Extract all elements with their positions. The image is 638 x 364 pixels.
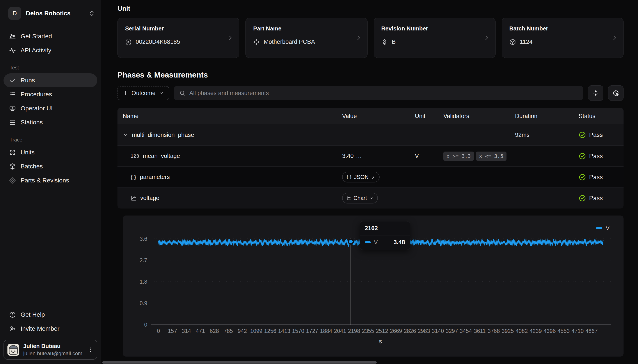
org-switcher[interactable]: D Delos Robotics (4, 5, 97, 22)
sidebar: D Delos Robotics Get Started API Activit… (0, 0, 101, 364)
svg-text:785: 785 (224, 328, 233, 334)
activity-icon (9, 47, 16, 54)
org-name: Delos Robotics (26, 10, 84, 17)
server-icon (9, 119, 16, 126)
value-ellipsis: … (356, 153, 362, 160)
table-row-mean-voltage[interactable]: 123 mean_voltage 3.40 … V x >= 3.3 x <= … (118, 146, 623, 166)
card-part-name[interactable]: Part Name Motherboard PCBA (245, 18, 367, 58)
sidebar-item-label: Units (21, 149, 35, 156)
status-badge: Pass (579, 194, 603, 202)
svg-text:2355: 2355 (362, 328, 374, 334)
sidebar-item-label: Get Help (21, 311, 45, 318)
sidebar-item-procedures[interactable]: Procedures (4, 88, 97, 102)
sidebar-item-label: Procedures (21, 91, 52, 98)
table-row-phase[interactable]: multi_dimension_phase 92ms Pass (118, 124, 623, 146)
measurement-name: mean_voltage (143, 153, 180, 160)
svg-text:2512: 2512 (376, 328, 388, 334)
sidebar-item-api-activity[interactable]: API Activity (4, 43, 97, 58)
scan-icon (9, 149, 16, 156)
svg-text:2.7: 2.7 (140, 257, 147, 263)
chevron-right-icon (355, 35, 362, 41)
history-button[interactable] (608, 86, 623, 101)
table-row-voltage[interactable]: voltage Chart (118, 188, 623, 208)
unit-value: V (415, 153, 419, 160)
svg-text:628: 628 (210, 328, 219, 334)
card-label: Batch Number (509, 25, 616, 32)
plus-icon (123, 90, 129, 96)
chart-legend: V (596, 225, 609, 232)
numeric-icon: 123 (131, 153, 139, 159)
card-batch-number[interactable]: Batch Number 1124 (502, 18, 623, 58)
sidebar-item-label: API Activity (21, 47, 51, 54)
sidebar-item-label: Parts & Revisions (21, 177, 69, 184)
user-plus-icon (9, 326, 16, 332)
card-label: Part Name (253, 25, 360, 32)
line-chart-icon (131, 195, 137, 201)
svg-text:1413: 1413 (278, 328, 290, 334)
svg-text:2826: 2826 (404, 328, 416, 334)
chart-tooltip: 2162 V 3.48 (360, 221, 410, 250)
sidebar-item-parts-revisions[interactable]: Parts & Revisions (4, 174, 97, 188)
search-input[interactable] (189, 90, 578, 96)
legend-series-name: V (606, 225, 609, 232)
user-email: julien.buteau@gmail.com (23, 350, 83, 356)
chart-toggle-button[interactable]: Chart (342, 193, 378, 204)
collapse-rows-icon (592, 90, 599, 96)
user-menu[interactable]: Julien Buteau julien.buteau@gmail.com (4, 340, 97, 360)
chevron-down-icon (159, 90, 164, 96)
svg-text:4239: 4239 (529, 328, 542, 334)
user-name: Julien Buteau (23, 343, 83, 350)
sidebar-item-stations[interactable]: Stations (4, 116, 97, 130)
search-bar[interactable] (174, 86, 583, 100)
svg-text:1.8: 1.8 (140, 278, 147, 285)
chevron-right-icon (611, 35, 618, 41)
sidebar-item-invite-member[interactable]: Invite Member (4, 322, 97, 336)
duration-value: 92ms (515, 132, 529, 138)
table-row-parameters[interactable]: { } parameters { } JSON (118, 166, 623, 188)
circle-check-icon (579, 194, 586, 202)
sidebar-item-units[interactable]: Units (4, 146, 97, 160)
sidebar-item-label: Batches (21, 163, 43, 170)
svg-text:3140: 3140 (432, 328, 444, 334)
voltage-chart-panel[interactable]: 00.91.82.73.6015731447162878594210991256… (123, 216, 623, 356)
collapse-rows-button[interactable] (588, 86, 603, 101)
card-value-text: Motherboard PCBA (264, 38, 315, 45)
measurement-name: voltage (140, 195, 159, 202)
page-title: Unit (118, 5, 623, 12)
kebab-menu-icon[interactable] (87, 347, 93, 353)
json-button[interactable]: { } JSON (342, 172, 380, 182)
card-serial-number[interactable]: Serial Number 00220D4K68185 (118, 18, 239, 58)
svg-text:471: 471 (196, 328, 205, 334)
svg-text:4553: 4553 (557, 328, 570, 334)
outcome-filter-button[interactable]: Outcome (118, 86, 169, 100)
user-texts: Julien Buteau julien.buteau@gmail.com (23, 343, 83, 356)
card-revision-number[interactable]: Revision Number B (374, 18, 495, 58)
sidebar-item-get-help[interactable]: Get Help (4, 308, 97, 322)
card-value-text: B (392, 38, 396, 45)
tooltip-series-name: V (374, 239, 378, 246)
col-status: Status (575, 113, 623, 120)
sidebar-item-batches[interactable]: Batches (4, 160, 97, 174)
phase-name: multi_dimension_phase (132, 132, 194, 138)
col-validators: Validators (440, 113, 511, 120)
horizontal-scrollbar[interactable] (102, 361, 377, 364)
svg-text:4710: 4710 (571, 328, 584, 334)
chevron-down-icon[interactable] (123, 132, 129, 138)
table-header-row: Name Value Unit Validators Duration Stat… (118, 108, 623, 124)
package-icon (9, 163, 16, 170)
card-label: Serial Number (125, 25, 232, 32)
circle-check-icon (579, 152, 586, 160)
validator-chip: x >= 3.3 (443, 152, 474, 161)
sidebar-item-get-started[interactable]: Get Started (4, 29, 97, 43)
chevron-right-icon (371, 175, 375, 179)
main-content: Unit Serial Number 00220D4K68185 Part Na… (101, 0, 638, 364)
sidebar-item-operator-ui[interactable]: Operator UI (4, 102, 97, 116)
legend-series-swatch (596, 227, 602, 229)
sidebar-item-runs[interactable]: Runs (4, 73, 97, 88)
svg-text:3454: 3454 (460, 328, 472, 334)
svg-text:4082: 4082 (515, 328, 528, 334)
sidebar-footer: Get Help Invite Member (4, 308, 97, 360)
svg-text:3.6: 3.6 (140, 236, 147, 242)
svg-text:0.9: 0.9 (140, 300, 147, 306)
svg-text:157: 157 (168, 328, 177, 334)
